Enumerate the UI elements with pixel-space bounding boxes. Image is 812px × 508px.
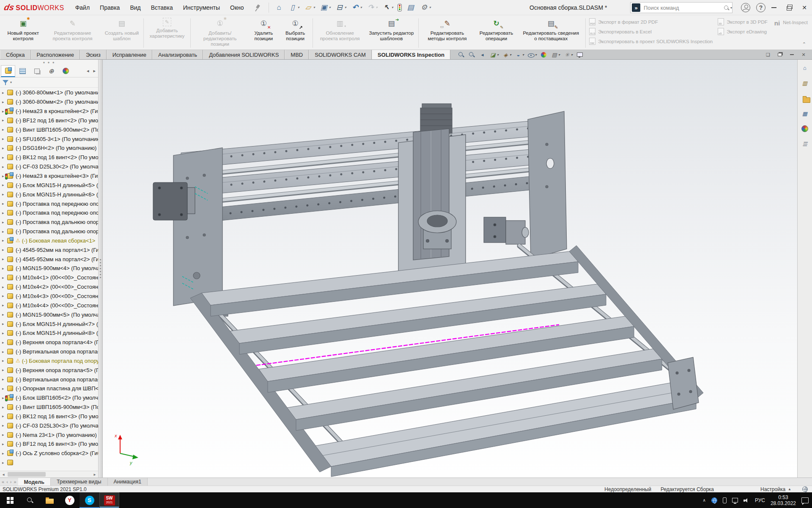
tree-item[interactable]: ▸ ⚠ (-) MGN15-900мм<5> (По умолчанию)	[0, 310, 98, 319]
command-tab[interactable]: Расположение	[31, 50, 80, 59]
tree-item[interactable]: ▸ ⚠ (-) Винт ШВП1605-900мм<3> (По умолча…	[0, 403, 98, 412]
toolbar-button[interactable]: ▾	[365, 3, 379, 13]
tree-item[interactable]: ▸ ⚠ (-) Вертикальная опора портала<2>	[0, 375, 98, 384]
document-tab[interactable]: Модель	[18, 478, 51, 486]
command-tab[interactable]: SOLIDWORKS CAM	[309, 50, 372, 59]
expand-arrow-icon[interactable]: ▸	[2, 202, 7, 206]
panel-splitter[interactable]	[99, 60, 103, 478]
previous-view-icon[interactable]	[477, 51, 487, 59]
document-minimize-icon[interactable]	[787, 51, 796, 58]
window-restore-button[interactable]	[782, 0, 797, 15]
search-icon[interactable]	[724, 5, 729, 11]
expand-arrow-icon[interactable]: ▸	[2, 442, 7, 446]
chevron-down-icon[interactable]: ▾	[10, 80, 12, 84]
tree-item[interactable]: ▸ ⚠ (-) Проставка под дальнюю опору<2>	[0, 227, 98, 236]
chevron-down-icon[interactable]: ▾	[730, 6, 732, 10]
tree-item[interactable]: ▸ ⚠ (-) M10x4<1> (00<<00>_Состояние отоб…	[0, 273, 98, 282]
export-item[interactable]: Экспортировать в проект SOLIDWORKS Inspe…	[589, 38, 713, 45]
expand-arrow-icon[interactable]: ▸	[2, 387, 7, 391]
window-close-button[interactable]	[797, 0, 812, 15]
solidworks-resources-icon[interactable]	[800, 63, 809, 72]
expand-arrow-icon[interactable]: ▸	[2, 294, 7, 298]
expand-arrow-icon[interactable]: ▸	[2, 118, 7, 122]
right-end-plate[interactable]	[668, 357, 699, 409]
expand-arrow-icon[interactable]: ▸	[2, 266, 7, 271]
cad-model[interactable]: x y	[103, 60, 797, 478]
yandex-browser-button[interactable]: Y	[60, 492, 80, 508]
toolbar-button[interactable]: ▾	[318, 3, 332, 13]
export-item[interactable]: Экспорт в 3D PDF	[718, 18, 768, 25]
tree-item[interactable]: ▸ ⚠ (-) 3060-800мм<1> (По умолчанию)	[0, 88, 98, 97]
command-tab[interactable]: Эскиз	[80, 50, 107, 59]
ethernet-icon[interactable]	[732, 498, 738, 502]
ribbon-button[interactable]: Удалить позиции	[248, 17, 279, 50]
tree-item[interactable]: ▸ ⚠ (-) BF12 под 16 винт<2> (По умолчани…	[0, 116, 98, 125]
tree-item[interactable]: ▸ ⚠ (-) Верхняя опора портала<4> (По умо…	[0, 338, 98, 347]
expand-arrow-icon[interactable]: ▸	[2, 183, 7, 187]
tree-item[interactable]: ▸ ⚠ (-) Проставка под переднюю опору<2>	[0, 208, 98, 218]
expand-arrow-icon[interactable]: ▸	[2, 127, 7, 132]
section-view-icon[interactable]: ▾	[488, 51, 500, 59]
expand-arrow-icon[interactable]: ▸	[2, 91, 7, 95]
toolbar-button[interactable]: ▾	[418, 3, 432, 13]
export-item[interactable]: Экспорт в формат 2D PDF	[589, 18, 713, 25]
tree-item[interactable]: ▸ ⚠ (-) SFU1605-3<1> (По умолчанию)	[0, 134, 98, 144]
tree-item[interactable]: ▸ ⚠ (-) Nema 23<1> (По умолчанию)	[0, 430, 98, 439]
hidden-icons-chevron[interactable]: ∧	[703, 498, 706, 502]
tree-item[interactable]: ▸ ⚠	[0, 458, 98, 467]
first-tab-icon[interactable]: «	[2, 479, 4, 484]
expand-arrow-icon[interactable]: ▸	[2, 340, 7, 345]
expand-arrow-icon[interactable]: ▸	[2, 276, 7, 280]
tree-item[interactable]: ▸ ⚠ (-) Блок MGN15-H длинный<6> (По умол…	[0, 190, 98, 199]
menu-item[interactable]: Вид	[125, 0, 145, 15]
toolbar-button[interactable]: ▾	[381, 3, 395, 13]
tree-item[interactable]: ▸ ⚠ (-) Винт ШВП1605-900мм<2> (По умолча…	[0, 125, 98, 134]
tab-configuration-manager[interactable]	[30, 65, 44, 77]
expand-arrow-icon[interactable]: ▸	[2, 312, 7, 317]
base-frame[interactable]	[190, 246, 703, 477]
tree-item[interactable]: ▸ ⚠ (-) Нема23 в кронштейне<2> (Гибкая)	[0, 107, 98, 116]
status-settings[interactable]: Настройка ▲	[760, 486, 791, 492]
tree-item[interactable]: ▸ ⚠ (-) 3060-800мм<2> (По умолчанию)	[0, 97, 98, 107]
tree-item[interactable]: ▸ ⚠ (-) MGN15-900мм<4> (По умолчанию)	[0, 264, 98, 273]
expand-arrow-icon[interactable]: ▸	[2, 377, 7, 381]
tree-item[interactable]: ▸ ⚠ (-) Блок MGN15-H длинный<7> (По умол…	[0, 319, 98, 329]
ribbon-button[interactable]: Редактировать сведения о поставщиках	[518, 17, 584, 50]
ribbon-button[interactable]: Добавить/редактировать позиции	[192, 17, 248, 50]
ribbon-button[interactable]	[585, 18, 586, 48]
menu-item[interactable]: Окно	[225, 0, 249, 15]
apply-scene-icon[interactable]: ▾	[549, 51, 561, 59]
command-tab[interactable]: Добавления SOLIDWORKS	[203, 50, 285, 59]
taskbar-search-button[interactable]	[20, 492, 40, 508]
expand-arrow-icon[interactable]: ▸	[2, 137, 7, 141]
scroll-right-icon[interactable]: ▸	[91, 471, 98, 478]
tab-display-manager[interactable]	[58, 65, 73, 77]
command-tab[interactable]: SOLIDWORKS Inspection	[372, 50, 450, 59]
right-bearing-assembly[interactable]	[484, 217, 529, 244]
command-tab[interactable]: MBD	[285, 50, 309, 59]
filter-icon[interactable]	[3, 80, 8, 85]
expand-arrow-icon[interactable]: ▸	[2, 433, 7, 437]
window-cascade-icon[interactable]	[764, 51, 772, 58]
tree-item[interactable]: ▸ ⚠ (-) Боковая левая сборка<1>	[0, 236, 98, 246]
last-tab-icon[interactable]: »	[14, 479, 16, 484]
tree-item[interactable]: ▸ ⚠ (-) Блок MGN15-H длинный<8> (По умол…	[0, 329, 98, 338]
tree-item[interactable]: ▸ ⚠ (-) CF-03 D25L30<2> (По умолчанию)	[0, 162, 98, 171]
collapse-ribbon-icon[interactable]: ⌃	[800, 41, 809, 48]
panel-grip[interactable]: ● ● ●	[0, 60, 98, 65]
ribbon-button[interactable]: Редактировать операции	[475, 17, 518, 50]
tab-feature-manager[interactable]	[1, 65, 15, 77]
menu-item[interactable]: Файл	[70, 0, 95, 15]
document-close-icon[interactable]	[799, 51, 808, 58]
view-palette-icon[interactable]	[800, 109, 809, 118]
solidworks-taskbar-button[interactable]: SW 2021	[99, 492, 119, 508]
ribbon-button[interactable]	[418, 18, 419, 48]
menu-item[interactable]: Инструменты	[178, 0, 225, 15]
prev-tab-icon[interactable]: ‹	[6, 479, 8, 484]
ribbon-button[interactable]: Запустить редактор шаблонов	[366, 17, 417, 50]
panel-tabs-scroll-left-icon[interactable]: ◂	[85, 67, 91, 75]
toolbar-button[interactable]: ▾	[334, 3, 348, 13]
panel-tabs-scroll-right-icon[interactable]: ▸	[91, 67, 97, 75]
command-tab[interactable]: Сборка	[0, 50, 31, 59]
expand-arrow-icon[interactable]: ▸	[2, 100, 7, 104]
